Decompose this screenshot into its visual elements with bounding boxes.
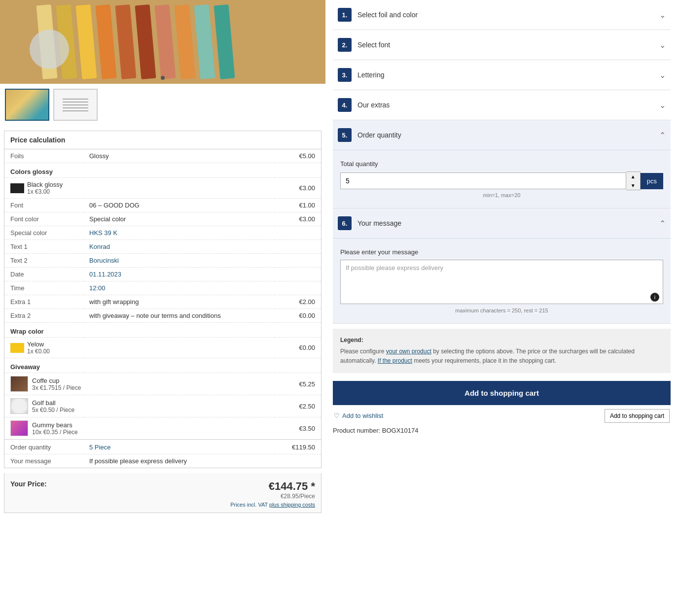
accordion-content-5: Total quantity ▲ ▼ pcs min=1, max=20 bbox=[333, 150, 671, 208]
thumbnail-1[interactable] bbox=[5, 89, 49, 121]
wishlist-row: ♡ Add to wishlist Add to shopping cart bbox=[333, 409, 671, 423]
table-row: Text 2 Borucinski bbox=[4, 254, 321, 268]
chevron-up-icon-5: ⌃ bbox=[659, 131, 666, 140]
product-number-value: BOGX10174 bbox=[382, 427, 419, 434]
qty-spin-down[interactable]: ▼ bbox=[626, 181, 640, 190]
row-label: Order quantity bbox=[4, 440, 83, 454]
product-number: Product number: BOGX10174 bbox=[333, 427, 671, 434]
accordion-item-3: 3. Lettering ⌄ bbox=[333, 60, 671, 90]
row-value: If possible please express delivery bbox=[83, 454, 274, 468]
wishlist-link[interactable]: ♡ Add to wishlist bbox=[334, 412, 383, 419]
giveaway-name: Coffe cup bbox=[32, 377, 81, 384]
msg-textarea-wrap: If possible please express delivery i bbox=[340, 260, 663, 306]
price-calculation-box: Price calculation Foils Glossy €5.00Colo… bbox=[4, 131, 321, 468]
accordion-item-1: 1. Select foil and color ⌄ bbox=[333, 0, 671, 30]
legend-link-1[interactable]: your own product bbox=[386, 348, 431, 355]
giveaway-qty: 3x €1.7515 / Piece bbox=[32, 384, 81, 391]
your-price-value: €144.75 * bbox=[230, 480, 315, 493]
table-row: Black glossy 1x €3.00 €3.00 bbox=[4, 178, 321, 199]
price-table: Foils Glossy €5.00Colors glossy Black gl… bbox=[4, 149, 321, 468]
your-price-amount: €144.75 * €28.95/Piece Prices incl. VAT … bbox=[230, 480, 315, 508]
legend-link-2[interactable]: If the product bbox=[378, 357, 412, 364]
add-to-cart-button[interactable]: Add to shopping cart bbox=[333, 381, 671, 405]
accordion-content-6: Please enter your message If possible pl… bbox=[333, 238, 671, 323]
row-value: with giveaway – note our terms and condi… bbox=[83, 309, 274, 323]
row-value: 12:00 bbox=[83, 281, 274, 295]
accordion-item-2: 2. Select font ⌄ bbox=[333, 30, 671, 60]
qty-label: Total quantity bbox=[340, 160, 663, 168]
product-image-overlay bbox=[0, 0, 325, 84]
qty-spinner: ▲ ▼ bbox=[626, 171, 641, 190]
msg-label: Please enter your message bbox=[340, 248, 663, 256]
table-row: Your message If possible please express … bbox=[4, 454, 321, 468]
table-row: Order quantity 5 Piece €119.50 bbox=[4, 440, 321, 454]
table-row: Extra 1 with gift wrapping €2.00 bbox=[4, 295, 321, 309]
row-label: Font bbox=[4, 199, 83, 212]
table-row: Text 1 Konrad bbox=[4, 240, 321, 254]
row-price: €2.00 bbox=[274, 295, 321, 309]
accordion-item-4: 4. Our extras ⌄ bbox=[333, 90, 671, 120]
giveaway-name: Golf ball bbox=[32, 399, 74, 407]
your-price-box: Your Price: €144.75 * €28.95/Piece Price… bbox=[4, 473, 321, 513]
accordion-num-1: 1. bbox=[338, 8, 352, 22]
table-row: Special color HKS 39 K bbox=[4, 226, 321, 240]
row-label: Time bbox=[4, 281, 83, 295]
accordion-num-2: 2. bbox=[338, 38, 352, 52]
row-label: Special color bbox=[4, 226, 83, 240]
accordion-header-1[interactable]: 1. Select foil and color ⌄ bbox=[333, 0, 671, 30]
row-price bbox=[274, 268, 321, 281]
giveaway-image bbox=[10, 398, 28, 414]
product-image bbox=[0, 0, 325, 84]
row-label: Extra 1 bbox=[4, 295, 83, 309]
row-value: Konrad bbox=[83, 240, 274, 254]
row-label: Your message bbox=[4, 454, 83, 468]
item-name: Yelow bbox=[27, 341, 50, 348]
accordion-header-5[interactable]: 5. Order quantity ⌃ bbox=[333, 120, 671, 150]
table-row: Coffe cup 3x €1.7515 / Piece €5.25 bbox=[4, 373, 321, 395]
row-label: Extra 2 bbox=[4, 309, 83, 323]
row-label: Text 1 bbox=[4, 240, 83, 254]
section-header: Wrap color bbox=[4, 323, 321, 338]
table-row: Font color Special color €3.00 bbox=[4, 212, 321, 226]
your-price-label: Your Price: bbox=[10, 480, 47, 488]
row-value: with gift wrapping bbox=[83, 295, 274, 309]
accordion-header-4[interactable]: 4. Our extras ⌄ bbox=[333, 90, 671, 120]
table-row: Foils Glossy €5.00 bbox=[4, 149, 321, 163]
chevron-down-icon-2: ⌄ bbox=[659, 40, 666, 50]
table-row: Extra 2 with giveaway – note our terms a… bbox=[4, 309, 321, 323]
item-qty: 1x €3.00 bbox=[27, 188, 63, 195]
accordion-title-1: Select foil and color bbox=[357, 11, 659, 19]
row-price bbox=[274, 454, 321, 468]
row-price bbox=[274, 240, 321, 254]
legend-text: Please configure your own product by sel… bbox=[340, 347, 663, 366]
row-value: Glossy bbox=[83, 149, 274, 163]
table-row: Giveaway bbox=[4, 358, 321, 373]
table-row: Yelow 1x €0.00 €0.00 bbox=[4, 338, 321, 358]
item-price: €3.00 bbox=[274, 178, 321, 199]
row-value: HKS 39 K bbox=[83, 226, 274, 240]
add-to-cart-small-button[interactable]: Add to shopping cart bbox=[605, 409, 670, 423]
accordion-header-6[interactable]: 6. Your message ⌃ bbox=[333, 208, 671, 238]
giveaway-qty: 5x €0.50 / Piece bbox=[32, 407, 74, 413]
qty-hint: min=1, max=20 bbox=[340, 192, 663, 198]
accordion-header-3[interactable]: 3. Lettering ⌄ bbox=[333, 60, 671, 90]
giveaway-price: €5.25 bbox=[274, 373, 321, 395]
accordion-title-4: Our extras bbox=[357, 101, 659, 109]
section-header: Colors glossy bbox=[4, 163, 321, 178]
accordion-item-6: 6. Your message ⌃ Please enter your mess… bbox=[333, 208, 671, 324]
table-row: Colors glossy bbox=[4, 163, 321, 178]
color-swatch bbox=[10, 183, 24, 193]
msg-textarea[interactable]: If possible please express delivery bbox=[340, 260, 663, 304]
qty-spin-up[interactable]: ▲ bbox=[626, 172, 640, 181]
qty-unit: pcs bbox=[641, 173, 663, 189]
accordion-header-2[interactable]: 2. Select font ⌄ bbox=[333, 30, 671, 60]
giveaway-item: Coffe cup 3x €1.7515 / Piece bbox=[10, 376, 268, 392]
product-number-label: Product number: bbox=[333, 427, 380, 434]
carousel-dot bbox=[161, 76, 165, 80]
thumbnail-2[interactable] bbox=[53, 89, 98, 121]
qty-input[interactable] bbox=[340, 172, 626, 189]
giveaway-image bbox=[10, 376, 28, 392]
color-item: Yelow 1x €0.00 bbox=[10, 341, 268, 355]
row-price: €1.00 bbox=[274, 199, 321, 212]
accordion-num-4: 4. bbox=[338, 98, 352, 112]
